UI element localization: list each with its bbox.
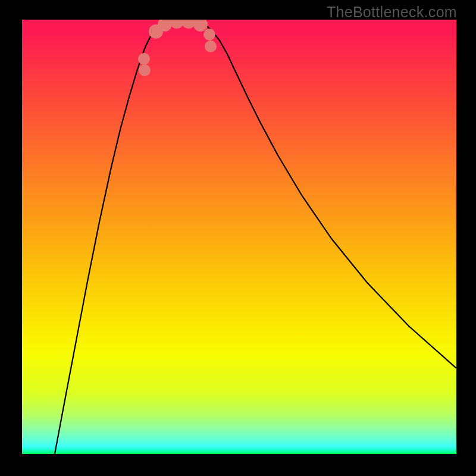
- highlight-dot: [205, 40, 217, 52]
- highlight-dot: [193, 20, 208, 32]
- bottleneck-curve: [55, 20, 456, 454]
- highlight-dot: [203, 29, 215, 40]
- watermark-text: TheBottleneck.com: [327, 4, 457, 21]
- curve-layer: [22, 20, 456, 454]
- highlight-dot: [139, 64, 151, 76]
- highlight-dot: [138, 53, 150, 65]
- marker-group: [138, 20, 217, 76]
- plot-area: [22, 20, 456, 454]
- outer-frame: TheBottleneck.com: [0, 0, 476, 476]
